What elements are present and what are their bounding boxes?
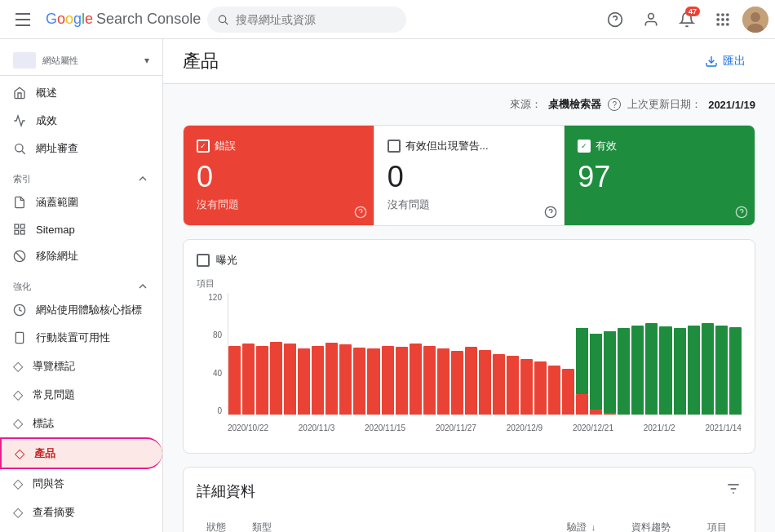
svg-rect-11 bbox=[717, 23, 720, 25]
sidebar-item-review-snippet[interactable]: ◇ 查看摘要 bbox=[0, 498, 156, 526]
search-input[interactable] bbox=[236, 13, 397, 26]
chart-section: 曝光 項目 120 80 40 0 2020/10/22 2020/11/3 bbox=[183, 239, 755, 454]
sidebar-item-label-breadcrumbs: 導覽標記 bbox=[33, 359, 75, 374]
chart-bar-error bbox=[312, 346, 324, 415]
sidebar-item-sitelinks[interactable]: ◇ 網站連結搜尋框 bbox=[0, 526, 156, 532]
sidebar-item-cwv[interactable]: 網站使用體驗核心指標 bbox=[0, 296, 156, 324]
chart-bar-group bbox=[326, 293, 338, 415]
col-trend: 資料趨勢 bbox=[622, 514, 698, 532]
avatar[interactable] bbox=[742, 7, 768, 33]
error-card-label: 錯誤 bbox=[215, 139, 236, 153]
content-area: 產品 匯出 來源： 桌機檢索器 ? 上次更新日期： 2021/1/19 bbox=[163, 39, 775, 532]
sidebar-item-label-review-snippet: 查看摘要 bbox=[33, 505, 75, 520]
svg-rect-13 bbox=[726, 23, 728, 25]
chart-bar-valid bbox=[659, 326, 671, 415]
details-table: 狀態 類型 驗證 ↓ 資料趨勢 項目 錯誤 bbox=[197, 514, 742, 532]
notification-badge: 47 bbox=[685, 7, 700, 16]
error-help-icon[interactable] bbox=[354, 206, 367, 219]
chart-bar-group bbox=[702, 293, 714, 415]
chart-bar-error bbox=[534, 361, 547, 415]
chart-bar-group bbox=[437, 293, 450, 415]
menu-button[interactable] bbox=[7, 3, 39, 36]
chart-bar-error bbox=[562, 369, 574, 415]
chart-bar-group bbox=[493, 293, 505, 415]
sidebar-item-mobile[interactable]: 行動裝置可用性 bbox=[0, 324, 156, 352]
apps-button[interactable] bbox=[706, 3, 739, 36]
chart-bar-group bbox=[674, 293, 686, 415]
valid-help-icon[interactable] bbox=[735, 206, 748, 219]
sidebar-item-overview[interactable]: 概述 bbox=[0, 79, 156, 107]
sidebar-item-url-inspection[interactable]: 網址審查 bbox=[0, 135, 156, 162]
collapse-enhance-icon[interactable] bbox=[136, 280, 149, 293]
property-selector[interactable]: 網站屬性 ▾ bbox=[0, 46, 162, 76]
svg-rect-22 bbox=[15, 230, 19, 234]
collapse-icon[interactable] bbox=[136, 172, 149, 185]
sidebar-item-coverage[interactable]: 涵蓋範圍 bbox=[0, 188, 156, 216]
notifications-button[interactable]: 47 bbox=[671, 3, 703, 36]
warning-help-icon[interactable] bbox=[544, 206, 557, 219]
chart-bar-error bbox=[437, 348, 450, 415]
chart-bar-group bbox=[312, 293, 324, 415]
sidebar-item-products[interactable]: ◇ 產品 bbox=[0, 437, 162, 469]
chart-impression-checkbox[interactable] bbox=[197, 254, 210, 267]
details-section: 詳細資料 狀態 類型 驗證 ↓ 資料趨 bbox=[183, 467, 755, 532]
warning-card[interactable]: 有效但出現警告... 0 沒有問題 bbox=[374, 126, 565, 225]
col-status: 狀態 bbox=[197, 514, 242, 532]
sidebar-item-performance[interactable]: 成效 bbox=[0, 107, 156, 135]
svg-rect-21 bbox=[20, 230, 24, 234]
svg-point-4 bbox=[649, 13, 654, 19]
sidebar-item-qa[interactable]: ◇ 問與答 bbox=[0, 469, 156, 498]
sidebar-item-label-sitemap: Sitemap bbox=[36, 224, 75, 236]
topbar-icons: 47 bbox=[599, 3, 768, 36]
chart-bar-error bbox=[465, 347, 477, 415]
header-actions: 匯出 bbox=[695, 49, 755, 73]
error-card[interactable]: ✓ 錯誤 0 沒有問題 bbox=[184, 126, 374, 225]
chart-bar-error bbox=[423, 346, 436, 415]
chart-bar-error bbox=[576, 394, 588, 415]
x-tick-5: 2020/12/9 bbox=[507, 423, 543, 432]
sidebar-item-logos[interactable]: ◇ 標誌 bbox=[0, 409, 156, 437]
filter-button[interactable] bbox=[725, 481, 742, 501]
sidebar-item-removals[interactable]: 移除網址 bbox=[0, 242, 156, 270]
x-tick-2: 2020/11/3 bbox=[299, 423, 335, 432]
x-tick-8: 2021/1/14 bbox=[705, 423, 742, 432]
chart-bar-group bbox=[339, 293, 352, 415]
chart-x-axis: 2020/10/22 2020/11/3 2020/11/15 2020/11/… bbox=[228, 415, 742, 440]
warning-checkbox-icon bbox=[388, 140, 401, 153]
svg-rect-9 bbox=[721, 18, 724, 20]
sidebar-item-label-removals: 移除網址 bbox=[36, 249, 78, 264]
valid-card[interactable]: ✓ 有效 97 bbox=[565, 126, 755, 225]
chart-bar-group bbox=[715, 293, 728, 415]
last-updated-label: 上次更新日期： bbox=[627, 97, 702, 112]
search-console-logo: Search Console bbox=[96, 11, 201, 28]
chart-bar-group bbox=[534, 293, 547, 415]
sidebar-item-label-performance: 成效 bbox=[36, 113, 57, 128]
sidebar-item-faq[interactable]: ◇ 常見問題 bbox=[0, 380, 156, 409]
source-help-icon[interactable]: ? bbox=[608, 98, 621, 111]
source-bar: 來源： 桌機檢索器 ? 上次更新日期： 2021/1/19 bbox=[183, 97, 755, 112]
sidebar-item-label-faq: 常見問題 bbox=[33, 388, 75, 402]
sidebar-item-sitemap[interactable]: Sitemap bbox=[0, 216, 156, 242]
profile-switch-button[interactable] bbox=[635, 3, 667, 36]
chart-bar-group bbox=[479, 293, 491, 415]
sidebar-item-breadcrumbs[interactable]: ◇ 導覽標記 bbox=[0, 352, 156, 380]
export-button[interactable]: 匯出 bbox=[695, 49, 755, 73]
sidebar-item-label-products: 產品 bbox=[34, 446, 55, 461]
chart-bar-group bbox=[298, 293, 310, 415]
sort-icon: ↓ bbox=[591, 522, 596, 532]
help-button[interactable] bbox=[599, 3, 631, 36]
chart-bar-group bbox=[631, 293, 644, 415]
logos-icon: ◇ bbox=[13, 415, 23, 431]
chart-bar-error bbox=[451, 351, 463, 415]
svg-rect-20 bbox=[20, 224, 24, 228]
chart-bar-group bbox=[618, 293, 630, 415]
valid-checkbox-icon: ✓ bbox=[578, 140, 591, 153]
cwv-icon bbox=[13, 304, 26, 317]
valid-card-header: ✓ 有效 bbox=[578, 139, 742, 153]
content-header: 產品 匯出 bbox=[163, 39, 775, 84]
chart-y-label: 項目 bbox=[197, 277, 742, 290]
search-bar[interactable] bbox=[207, 7, 406, 33]
svg-rect-8 bbox=[717, 18, 720, 20]
col-validation: 驗證 ↓ bbox=[557, 514, 621, 532]
chart-bar-valid bbox=[715, 326, 728, 415]
